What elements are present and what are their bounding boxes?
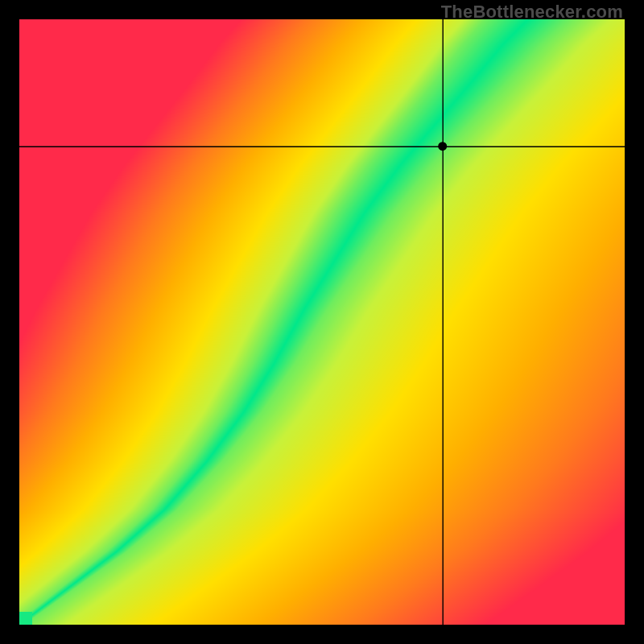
- watermark-text: TheBottlenecker.com: [441, 2, 623, 23]
- bottleneck-heatmap: [19, 19, 625, 625]
- heatmap-frame: [19, 19, 625, 625]
